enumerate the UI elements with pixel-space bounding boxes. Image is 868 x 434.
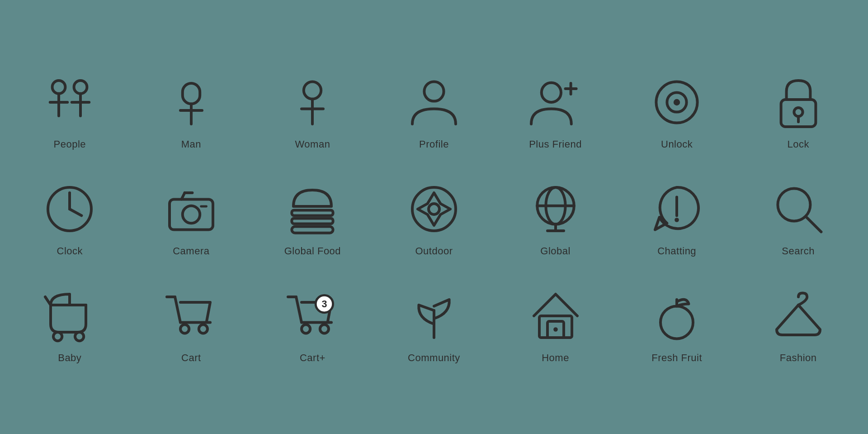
fresh-fruit-label: Fresh Fruit [651,352,702,364]
icon-cell-clock: Clock [9,164,131,271]
svg-line-24 [70,209,81,215]
svg-point-57 [320,324,329,333]
plus-friend-label: Plus Friend [529,138,582,150]
svg-point-26 [183,205,200,223]
icon-cell-lock: Lock [737,57,859,164]
svg-point-13 [541,82,561,102]
woman-icon [285,75,340,129]
camera-label: Camera [173,245,209,257]
home-icon [528,289,583,343]
svg-line-54 [296,297,302,322]
svg-point-9 [304,81,321,99]
cart-plus-label: Cart+ [300,352,326,364]
global-food-label: Global Food [284,245,341,257]
svg-point-18 [674,99,680,105]
people-icon [42,75,97,129]
unlock-icon [650,75,704,129]
icon-cell-plus-friend: Plus Friend [495,57,616,164]
svg-point-12 [424,81,443,101]
icon-cell-man: Man [131,57,252,164]
cart-icon [164,289,218,343]
man-icon [164,75,218,129]
svg-point-46 [53,332,62,341]
svg-rect-61 [539,316,572,338]
man-label: Man [181,138,201,150]
community-icon [407,289,461,343]
icon-cell-global-food: Global Food [252,164,373,271]
community-label: Community [408,352,460,364]
icon-cell-profile: Profile [373,57,495,164]
camera-icon [164,182,218,236]
chatting-icon [650,182,704,236]
icon-cell-fresh-fruit: Fresh Fruit [616,271,738,377]
icon-cell-camera: Camera [131,164,252,271]
outdoor-label: Outdoor [415,245,453,257]
fashion-label: Fashion [780,352,817,364]
woman-label: Woman [295,138,330,150]
profile-icon [407,75,461,129]
svg-point-41 [675,218,679,222]
svg-text:3: 3 [322,298,327,309]
global-label: Global [540,245,571,257]
svg-line-43 [806,216,821,232]
svg-point-64 [660,306,693,339]
profile-label: Profile [419,138,449,150]
home-label: Home [542,352,569,364]
fresh-fruit-icon [650,289,704,343]
global-food-icon [285,182,340,236]
svg-rect-6 [183,83,200,104]
baby-icon [42,289,97,343]
icon-cell-cart: Cart [131,271,252,377]
svg-point-52 [199,324,208,333]
icon-cell-outdoor: Outdoor [373,164,495,271]
icon-cell-cart-plus: 3 Cart+ [252,271,373,377]
clock-label: Clock [57,245,83,257]
svg-rect-25 [170,199,213,229]
search-icon [771,182,826,236]
people-label: People [54,138,86,150]
outdoor-icon [407,182,461,236]
icon-cell-community: Community [373,271,495,377]
svg-point-34 [429,204,439,215]
svg-rect-30 [292,210,333,215]
cart-label: Cart [181,352,201,364]
svg-rect-31 [292,218,333,224]
icon-cell-fashion: Fashion [737,271,859,377]
svg-point-3 [74,81,87,94]
icon-cell-unlock: Unlock [616,57,738,164]
lock-label: Lock [787,138,809,150]
cart-plus-icon: 3 [285,289,340,343]
svg-point-0 [52,81,66,94]
icon-cell-baby: Baby [9,271,131,377]
svg-point-47 [75,332,84,341]
svg-rect-32 [292,226,333,233]
fashion-icon [771,289,826,343]
icon-cell-global: Global [495,164,616,271]
global-icon [528,182,583,236]
svg-point-51 [180,324,189,333]
icon-cell-home: Home [495,271,616,377]
icon-cell-search: Search [737,164,859,271]
icon-grid: People Man Woman [0,39,868,396]
svg-line-49 [175,297,180,322]
unlock-label: Unlock [661,138,693,150]
chatting-label: Chatting [657,245,696,257]
svg-point-56 [302,324,310,333]
icon-cell-people: People [9,57,131,164]
plus-friend-icon [528,75,583,129]
icon-cell-chatting: Chatting [616,164,738,271]
lock-icon [771,75,826,129]
icon-cell-woman: Woman [252,57,373,164]
svg-point-63 [553,327,558,332]
search-label: Search [782,245,815,257]
baby-label: Baby [58,352,81,364]
clock-icon [42,182,97,236]
